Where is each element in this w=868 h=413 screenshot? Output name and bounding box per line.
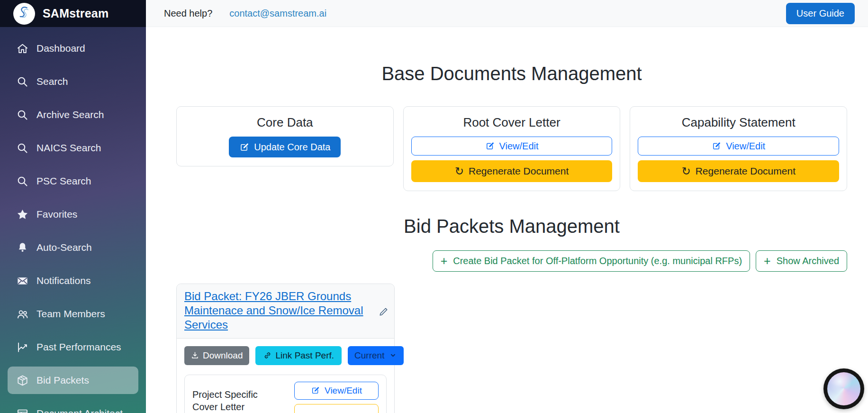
capability-statement-card: Capability Statement View/Edit ↻ Regener… [630,106,847,191]
link-past-perf-label: Link Past Perf. [276,350,335,361]
refresh-icon: ↻ [681,166,690,177]
pencil-square-icon [311,386,320,395]
sidebar-item-naics-search[interactable]: NAICS Search [8,134,138,162]
sidebar-item-team-members[interactable]: Team Members [8,300,138,328]
create-offplatform-label: Create Bid Packet for Off-Platform Oppor… [453,256,742,266]
search-icon [16,175,29,188]
bid-packet-header: Bid Packet: FY26 JBER Grounds Maintenace… [177,284,394,339]
search-icon [16,75,29,88]
logo-s-swirl-icon [15,4,34,23]
swirl-icon [827,372,860,405]
star-icon [16,208,29,221]
view-edit-label: View/Edit [726,141,765,152]
sidebar-nav: Dashboard Search Archive Search NAICS Se… [0,27,146,413]
need-help-text: Need help? [164,8,212,19]
content: Base Documents Management Core Data Upda… [146,27,868,413]
contact-email-link[interactable]: contact@samstream.ai [229,8,326,19]
sidebar-item-label: Bid Packets [36,375,89,386]
sidebar-item-notifications[interactable]: Notifications [8,267,138,294]
create-offplatform-bid-packet-button[interactable]: + Create Bid Packet for Off-Platform Opp… [433,250,750,272]
capability-statement-title: Capability Statement [638,115,839,130]
home-icon [16,42,29,55]
main-area: Need help? contact@samstream.ai User Gui… [146,0,868,413]
pencil-square-icon [239,142,249,152]
plus-icon: + [764,255,771,267]
bid-packet-title-link[interactable]: Bid Packet: FY26 JBER Grounds Maintenace… [184,290,363,331]
pencil-square-icon [485,141,495,151]
bid-packet-body: Download Link Past Perf. Current [177,339,394,413]
regenerate-label: Regenerate Document [696,165,796,177]
download-button[interactable]: Download [184,346,249,365]
box-icon [16,374,29,387]
sidebar-item-bid-packets[interactable]: Bid Packets [8,367,138,394]
chart-icon [16,341,29,354]
sidebar-item-label: Team Members [36,308,105,320]
update-core-data-label: Update Core Data [254,142,330,153]
status-label: Current [354,350,384,361]
search-icon [16,109,29,121]
bid-packet-buttons-row: Download Link Past Perf. Current [184,346,387,365]
user-guide-button[interactable]: User Guide [786,3,855,24]
samstream-logo-icon[interactable] [13,3,35,25]
project-doc-label: Project Specific Cover Letter [192,382,263,413]
envelope-icon [16,275,29,287]
core-data-title: Core Data [184,115,386,130]
sidebar-item-label: NAICS Search [36,142,101,154]
project-doc-regenerate-button[interactable] [294,404,379,413]
show-archived-label: Show Archived [777,256,839,266]
link-icon [263,351,272,360]
sidebar-item-label: Dashboard [36,43,85,54]
view-edit-label: View/Edit [499,141,539,152]
refresh-icon: ↻ [455,166,464,177]
sidebar-item-label: Document Architect [36,408,123,413]
sidebar-item-label: Search [36,76,68,87]
download-icon [190,351,199,360]
base-documents-heading: Base Documents Management [176,63,847,84]
root-cover-letter-regenerate-button[interactable]: ↻ Regenerate Document [411,160,613,182]
show-archived-button[interactable]: + Show Archived [756,250,847,272]
sidebar-item-search[interactable]: Search [8,68,138,95]
root-cover-letter-card: Root Cover Letter View/Edit ↻ Regenerate… [403,106,621,191]
sidebar-item-favorites[interactable]: Favorites [8,201,138,228]
sidebar-item-past-performances[interactable]: Past Performances [8,333,138,361]
sidebar-item-dashboard[interactable]: Dashboard [8,35,138,62]
capability-statement-regenerate-button[interactable]: ↻ Regenerate Document [638,160,839,182]
root-cover-letter-view-edit-button[interactable]: View/Edit [411,137,613,156]
people-icon [16,308,29,321]
sidebar-item-auto-search[interactable]: Auto-Search [8,234,138,261]
update-core-data-button[interactable]: Update Core Data [229,137,341,157]
app-root: SAMstream Dashboard Search Archive Searc [0,0,868,413]
bell-icon [16,241,29,254]
project-doc-buttons: View/Edit [294,382,379,413]
sidebar-item-label: PSC Search [36,175,91,187]
assistant-swirl-badge[interactable] [823,368,864,409]
chevron-down-icon [389,351,397,359]
regenerate-label: Regenerate Document [469,165,569,177]
topbar: Need help? contact@samstream.ai User Gui… [146,0,868,27]
capability-statement-view-edit-button[interactable]: View/Edit [638,137,839,156]
bid-packets-heading: Bid Packets Management [176,216,847,237]
sidebar-item-archive-search[interactable]: Archive Search [8,101,138,128]
sidebar-header: SAMstream [0,0,146,27]
base-documents-cards: Core Data Update Core Data Root Cover Le… [176,106,847,191]
window-icon [16,407,29,413]
sidebar-item-label: Favorites [36,209,77,220]
sidebar-item-label: Past Performances [36,341,121,353]
sidebar-item-label: Notifications [36,275,90,286]
sidebar-item-label: Auto-Search [36,242,92,253]
sidebar-item-document-architect[interactable]: Document Architect [8,400,138,413]
download-label: Download [203,350,243,361]
plus-icon: + [441,255,448,267]
sidebar: SAMstream Dashboard Search Archive Searc [0,0,146,413]
sidebar-item-psc-search[interactable]: PSC Search [8,167,138,195]
project-doc-card: Project Specific Cover Letter View/Edit [184,375,387,413]
project-doc-view-edit-button[interactable]: View/Edit [294,382,379,400]
pencil-square-icon [712,141,721,151]
bid-packet-actions-row: + Create Bid Packet for Off-Platform Opp… [176,250,847,272]
status-dropdown[interactable]: Current [348,346,404,365]
bid-packet-card: Bid Packet: FY26 JBER Grounds Maintenace… [176,284,395,413]
edit-packet-title-pencil-icon[interactable] [378,306,389,319]
link-past-perf-button[interactable]: Link Past Perf. [255,346,342,365]
sidebar-item-label: Archive Search [36,109,104,120]
search-icon [16,142,29,155]
